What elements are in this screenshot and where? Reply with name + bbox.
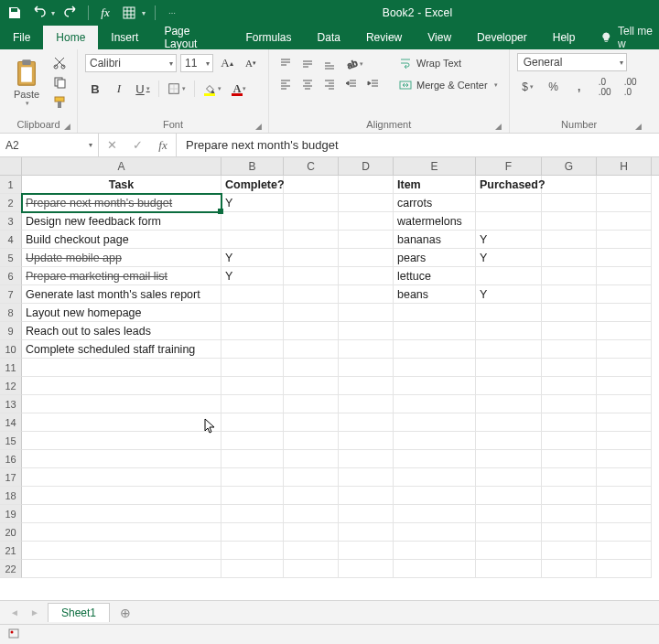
align-left-button[interactable] [276,76,295,92]
row-header[interactable]: 6 [0,267,22,285]
cell-A16[interactable] [22,450,221,468]
row-header[interactable]: 16 [0,450,22,468]
cell-G9[interactable] [542,322,597,340]
row-header[interactable]: 10 [0,340,22,359]
cell-D6[interactable] [339,267,394,285]
cell-A15[interactable] [22,432,221,450]
cell-F7[interactable]: Y [476,285,542,304]
decrease-decimal-button[interactable]: .00.0 [620,77,642,97]
cell-B12[interactable] [221,377,284,395]
middle-align-button[interactable] [298,56,317,72]
cell-D3[interactable] [339,212,394,231]
qat-customize-icon[interactable]: ▾ [142,9,146,17]
cell-B11[interactable] [221,359,284,377]
cell-G19[interactable] [542,505,597,523]
row-header[interactable]: 2 [0,194,22,212]
cell-H16[interactable] [597,450,652,468]
cell-D19[interactable] [339,505,394,523]
format-painter-button[interactable] [49,93,70,112]
tab-file[interactable]: File [0,26,43,49]
cell-C21[interactable] [284,542,339,560]
cell-F14[interactable] [476,413,542,432]
cell-G18[interactable] [542,487,597,505]
cell-D14[interactable] [339,413,394,432]
cell-F20[interactable] [476,523,542,542]
italic-button[interactable]: I [109,79,129,99]
cell-E3[interactable]: watermelons [394,212,476,231]
tab-review[interactable]: Review [353,26,415,49]
cell-E20[interactable] [394,523,476,542]
cell-B3[interactable] [221,212,284,231]
cell-F4[interactable]: Y [476,231,542,249]
touch-mode-icon[interactable] [122,5,136,20]
cell-E22[interactable] [394,560,476,578]
cell-D13[interactable] [339,395,394,413]
font-size-combo[interactable]: 11▾ [180,54,213,72]
insert-function-icon[interactable]: fx [150,138,176,153]
cell-D18[interactable] [339,487,394,505]
cell-F9[interactable] [476,322,542,340]
col-header-F[interactable]: F [476,157,542,175]
cell-B4[interactable] [221,231,284,249]
cell-B17[interactable] [221,468,284,487]
cell-A8[interactable]: Layout new homepage [22,304,221,322]
cell-C16[interactable] [284,450,339,468]
row-header[interactable]: 9 [0,322,22,340]
cell-C8[interactable] [284,304,339,322]
tab-view[interactable]: View [415,26,464,49]
cell-C10[interactable] [284,340,339,359]
tab-help[interactable]: Help [540,26,589,49]
cell-F22[interactable] [476,560,542,578]
cell-E13[interactable] [394,395,476,413]
qat-overflow-icon[interactable]: ⋯ [168,9,176,17]
cell-C22[interactable] [284,560,339,578]
cell-D4[interactable] [339,231,394,249]
cut-button[interactable] [49,53,70,71]
bold-button[interactable]: B [85,79,105,99]
cell-B14[interactable] [221,413,284,432]
copy-button[interactable] [49,73,70,91]
cell-E5[interactable]: pears [394,249,476,267]
cell-B22[interactable] [221,560,284,578]
sheet-tab[interactable]: Sheet1 [48,603,110,622]
fx-toggle-icon[interactable]: fx [98,5,113,20]
cell-H15[interactable] [597,432,652,450]
cell-G20[interactable] [542,523,597,542]
add-sheet-button[interactable]: ⊕ [115,603,135,623]
cell-D1[interactable] [339,176,394,194]
col-header-H[interactable]: H [597,157,652,175]
cell-C4[interactable] [284,231,339,249]
font-color-button[interactable]: A▾ [228,79,252,99]
cell-G14[interactable] [542,413,597,432]
cell-A20[interactable] [22,523,221,542]
cancel-icon[interactable]: ✕ [99,138,124,152]
tab-data[interactable]: Data [305,26,353,49]
cell-D20[interactable] [339,523,394,542]
tab-developer[interactable]: Developer [464,26,540,49]
cell-H8[interactable] [597,304,652,322]
borders-button[interactable]: ▾ [165,79,189,99]
cell-C17[interactable] [284,468,339,487]
cell-A19[interactable] [22,505,221,523]
cell-E19[interactable] [394,505,476,523]
cell-B9[interactable] [221,322,284,340]
cell-H10[interactable] [597,340,652,359]
orientation-button[interactable]: ab▾ [342,56,366,72]
row-header[interactable]: 17 [0,468,22,487]
cell-C6[interactable] [284,267,339,285]
increase-decimal-button[interactable]: .0.00 [594,77,616,97]
wrap-text-button[interactable]: Wrap Text [395,53,502,73]
cell-B21[interactable] [221,542,284,560]
cell-G10[interactable] [542,340,597,359]
cell-D11[interactable] [339,359,394,377]
row-header[interactable]: 1 [0,176,22,194]
cell-E16[interactable] [394,450,476,468]
paste-button[interactable]: Paste ▾ [7,58,46,107]
font-dialog-launcher-icon[interactable]: ◢ [254,122,263,131]
number-format-combo[interactable]: General▾ [517,53,627,71]
cell-H19[interactable] [597,505,652,523]
comma-format-button[interactable]: , [568,77,590,97]
increase-font-size-button[interactable]: A▴ [217,53,237,73]
cell-G2[interactable] [542,194,597,212]
cell-F10[interactable] [476,340,542,359]
